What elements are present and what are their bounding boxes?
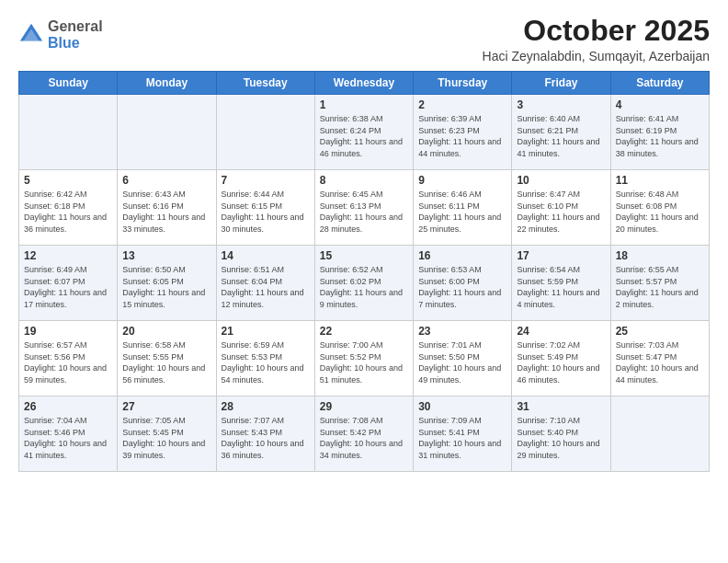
day-info: Sunrise: 6:49 AM Sunset: 6:07 PM Dayligh… <box>24 264 112 310</box>
logo-blue: Blue <box>48 35 103 52</box>
page: General Blue October 2025 Haci Zeynalabd… <box>0 0 728 563</box>
day-info: Sunrise: 6:47 AM Sunset: 6:10 PM Dayligh… <box>517 189 605 235</box>
day-info: Sunrise: 6:46 AM Sunset: 6:11 PM Dayligh… <box>418 189 506 235</box>
day-number: 17 <box>517 249 605 262</box>
day-info: Sunrise: 7:04 AM Sunset: 5:46 PM Dayligh… <box>24 415 112 461</box>
table-row <box>118 95 216 170</box>
logo-icon <box>18 22 44 48</box>
day-number: 11 <box>616 174 704 187</box>
table-row: 25Sunrise: 7:03 AM Sunset: 5:47 PM Dayli… <box>610 321 709 396</box>
table-row: 9Sunrise: 6:46 AM Sunset: 6:11 PM Daylig… <box>414 170 512 246</box>
day-number: 4 <box>616 98 704 111</box>
table-row: 24Sunrise: 7:02 AM Sunset: 5:49 PM Dayli… <box>512 321 610 396</box>
table-row: 8Sunrise: 6:45 AM Sunset: 6:13 PM Daylig… <box>314 170 413 246</box>
day-number: 24 <box>517 325 605 338</box>
day-info: Sunrise: 6:52 AM Sunset: 6:02 PM Dayligh… <box>320 264 408 310</box>
day-number: 31 <box>517 400 605 413</box>
day-number: 12 <box>24 249 112 262</box>
table-row: 14Sunrise: 6:51 AM Sunset: 6:04 PM Dayli… <box>216 246 314 321</box>
day-info: Sunrise: 6:57 AM Sunset: 5:56 PM Dayligh… <box>24 339 112 385</box>
table-row: 15Sunrise: 6:52 AM Sunset: 6:02 PM Dayli… <box>314 246 413 321</box>
table-row: 29Sunrise: 7:08 AM Sunset: 5:42 PM Dayli… <box>314 396 413 472</box>
day-number: 10 <box>517 174 605 187</box>
day-number: 27 <box>122 400 210 413</box>
day-number: 5 <box>24 174 112 187</box>
table-row: 22Sunrise: 7:00 AM Sunset: 5:52 PM Dayli… <box>314 321 413 396</box>
table-row: 20Sunrise: 6:58 AM Sunset: 5:55 PM Dayli… <box>118 321 216 396</box>
table-row: 7Sunrise: 6:44 AM Sunset: 6:15 PM Daylig… <box>216 170 314 246</box>
table-row <box>216 95 314 170</box>
calendar-week-row: 12Sunrise: 6:49 AM Sunset: 6:07 PM Dayli… <box>19 246 710 321</box>
day-number: 6 <box>122 174 210 187</box>
day-info: Sunrise: 7:01 AM Sunset: 5:50 PM Dayligh… <box>418 339 506 385</box>
day-number: 19 <box>24 325 112 338</box>
table-row <box>610 396 709 472</box>
day-info: Sunrise: 6:54 AM Sunset: 5:59 PM Dayligh… <box>517 264 605 310</box>
col-saturday: Saturday <box>610 72 709 95</box>
table-row: 3Sunrise: 6:40 AM Sunset: 6:21 PM Daylig… <box>512 95 610 170</box>
day-info: Sunrise: 7:00 AM Sunset: 5:52 PM Dayligh… <box>320 339 408 385</box>
table-row: 16Sunrise: 6:53 AM Sunset: 6:00 PM Dayli… <box>414 246 512 321</box>
col-wednesday: Wednesday <box>314 72 413 95</box>
location-subtitle: Haci Zeynalabdin, Sumqayit, Azerbaijan <box>483 49 710 63</box>
table-row: 27Sunrise: 7:05 AM Sunset: 5:45 PM Dayli… <box>118 396 216 472</box>
logo: General Blue <box>18 18 103 51</box>
day-number: 29 <box>320 400 408 413</box>
day-number: 8 <box>320 174 408 187</box>
day-number: 20 <box>122 325 210 338</box>
day-info: Sunrise: 6:50 AM Sunset: 6:05 PM Dayligh… <box>122 264 210 310</box>
col-thursday: Thursday <box>414 72 512 95</box>
day-info: Sunrise: 7:07 AM Sunset: 5:43 PM Dayligh… <box>222 415 310 461</box>
day-info: Sunrise: 6:48 AM Sunset: 6:08 PM Dayligh… <box>616 189 704 235</box>
day-number: 3 <box>517 98 605 111</box>
day-number: 2 <box>418 98 506 111</box>
day-number: 14 <box>222 249 310 262</box>
day-number: 15 <box>320 249 408 262</box>
col-friday: Friday <box>512 72 610 95</box>
table-row: 19Sunrise: 6:57 AM Sunset: 5:56 PM Dayli… <box>19 321 118 396</box>
day-number: 22 <box>320 325 408 338</box>
calendar-week-row: 19Sunrise: 6:57 AM Sunset: 5:56 PM Dayli… <box>19 321 710 396</box>
table-row: 6Sunrise: 6:43 AM Sunset: 6:16 PM Daylig… <box>118 170 216 246</box>
table-row: 28Sunrise: 7:07 AM Sunset: 5:43 PM Dayli… <box>216 396 314 472</box>
day-number: 26 <box>24 400 112 413</box>
month-title: October 2025 <box>483 15 710 47</box>
day-number: 13 <box>122 249 210 262</box>
table-row: 23Sunrise: 7:01 AM Sunset: 5:50 PM Dayli… <box>414 321 512 396</box>
table-row: 26Sunrise: 7:04 AM Sunset: 5:46 PM Dayli… <box>19 396 118 472</box>
day-number: 1 <box>320 98 408 111</box>
day-info: Sunrise: 6:45 AM Sunset: 6:13 PM Dayligh… <box>320 189 408 235</box>
table-row: 18Sunrise: 6:55 AM Sunset: 5:57 PM Dayli… <box>610 246 709 321</box>
calendar-header-row: Sunday Monday Tuesday Wednesday Thursday… <box>19 72 710 95</box>
day-info: Sunrise: 6:51 AM Sunset: 6:04 PM Dayligh… <box>222 264 310 310</box>
table-row: 11Sunrise: 6:48 AM Sunset: 6:08 PM Dayli… <box>610 170 709 246</box>
table-row: 30Sunrise: 7:09 AM Sunset: 5:41 PM Dayli… <box>414 396 512 472</box>
day-info: Sunrise: 7:08 AM Sunset: 5:42 PM Dayligh… <box>320 415 408 461</box>
day-info: Sunrise: 6:59 AM Sunset: 5:53 PM Dayligh… <box>222 339 310 385</box>
day-info: Sunrise: 7:02 AM Sunset: 5:49 PM Dayligh… <box>517 339 605 385</box>
col-sunday: Sunday <box>19 72 118 95</box>
day-info: Sunrise: 6:40 AM Sunset: 6:21 PM Dayligh… <box>517 113 605 159</box>
day-info: Sunrise: 6:43 AM Sunset: 6:16 PM Dayligh… <box>122 189 210 235</box>
day-info: Sunrise: 6:55 AM Sunset: 5:57 PM Dayligh… <box>616 264 704 310</box>
day-info: Sunrise: 6:42 AM Sunset: 6:18 PM Dayligh… <box>24 189 112 235</box>
col-tuesday: Tuesday <box>216 72 314 95</box>
calendar-table: Sunday Monday Tuesday Wednesday Thursday… <box>18 71 710 472</box>
header: General Blue October 2025 Haci Zeynalabd… <box>18 15 710 63</box>
day-info: Sunrise: 6:53 AM Sunset: 6:00 PM Dayligh… <box>418 264 506 310</box>
day-info: Sunrise: 6:41 AM Sunset: 6:19 PM Dayligh… <box>616 113 704 159</box>
day-number: 21 <box>222 325 310 338</box>
day-number: 18 <box>616 249 704 262</box>
day-info: Sunrise: 7:10 AM Sunset: 5:40 PM Dayligh… <box>517 415 605 461</box>
day-info: Sunrise: 6:39 AM Sunset: 6:23 PM Dayligh… <box>418 113 506 159</box>
table-row: 13Sunrise: 6:50 AM Sunset: 6:05 PM Dayli… <box>118 246 216 321</box>
logo-general: General <box>48 18 103 35</box>
table-row: 5Sunrise: 6:42 AM Sunset: 6:18 PM Daylig… <box>19 170 118 246</box>
day-info: Sunrise: 7:05 AM Sunset: 5:45 PM Dayligh… <box>122 415 210 461</box>
day-number: 7 <box>222 174 310 187</box>
logo-text: General Blue <box>48 18 103 51</box>
day-info: Sunrise: 7:09 AM Sunset: 5:41 PM Dayligh… <box>418 415 506 461</box>
day-info: Sunrise: 6:38 AM Sunset: 6:24 PM Dayligh… <box>320 113 408 159</box>
day-number: 25 <box>616 325 704 338</box>
calendar-week-row: 5Sunrise: 6:42 AM Sunset: 6:18 PM Daylig… <box>19 170 710 246</box>
